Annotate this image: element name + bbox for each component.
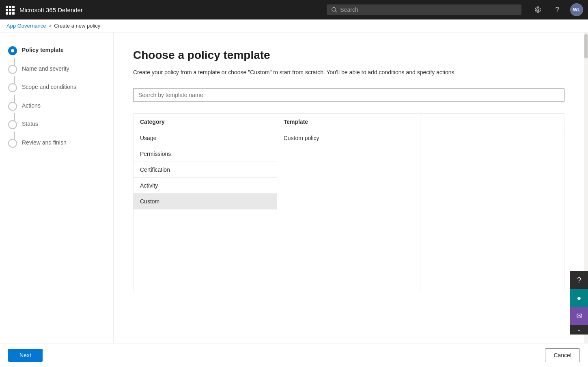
- bottom-bar: Next Cancel: [0, 343, 588, 367]
- category-empty: [134, 209, 277, 291]
- step-circle-4: [8, 102, 17, 111]
- breadcrumb-separator: >: [49, 23, 52, 29]
- stepper-panel: Policy template Name and severity Scope …: [0, 32, 114, 343]
- step-circle-1: [8, 46, 17, 55]
- category-permissions[interactable]: Permissions: [134, 146, 277, 162]
- step-label-6: Review and finish: [22, 138, 67, 157]
- avatar[interactable]: WL: [570, 3, 583, 16]
- cancel-button[interactable]: Cancel: [545, 348, 580, 362]
- detail-empty: [420, 130, 564, 291]
- table-header: Category Template: [134, 114, 564, 130]
- search-icon: [332, 7, 337, 13]
- step-wrapper-3: Scope and conditions: [8, 82, 105, 101]
- step-item-policy-template[interactable]: Policy template: [8, 45, 105, 64]
- topbar-icons: ? WL: [531, 3, 583, 16]
- category-usage[interactable]: Usage: [134, 130, 277, 146]
- step-wrapper-5: Status: [8, 119, 105, 138]
- step-circle-5: [8, 120, 17, 129]
- breadcrumb: App Governance > Create a new policy: [0, 19, 588, 32]
- step-item-scope-conditions[interactable]: Scope and conditions: [8, 82, 105, 101]
- template-column: Custom policy: [277, 130, 421, 291]
- float-feedback-btn[interactable]: ●: [570, 289, 588, 307]
- category-activity[interactable]: Activity: [134, 178, 277, 194]
- step-label-3: Scope and conditions: [22, 82, 76, 101]
- scrollbar-thumb: [584, 34, 588, 58]
- topbar: Microsoft 365 Defender ? WL: [0, 0, 588, 19]
- search-bar[interactable]: [327, 4, 521, 15]
- step-label-2: Name and severity: [22, 64, 69, 83]
- grid-icon[interactable]: [5, 5, 15, 15]
- category-certification[interactable]: Certification: [134, 162, 277, 178]
- step-wrapper-6: Review and finish: [8, 138, 105, 157]
- step-item-actions[interactable]: Actions: [8, 101, 105, 120]
- category-column: Usage Permissions Certification Activity…: [134, 130, 277, 291]
- app-title: Microsoft 365 Defender: [19, 6, 83, 13]
- step-circle-3: [8, 83, 17, 92]
- step-label-1: Policy template: [22, 45, 64, 64]
- template-empty: [277, 146, 420, 291]
- step-item-review-finish[interactable]: Review and finish: [8, 138, 105, 157]
- page-title: Choose a policy template: [133, 49, 564, 62]
- float-right-panel: ? ● ✉ ⌄: [570, 271, 588, 335]
- step-wrapper-4: Actions: [8, 101, 105, 120]
- content-panel: Choose a policy template Create your pol…: [114, 32, 584, 343]
- float-help-btn[interactable]: ?: [570, 271, 588, 289]
- page-description: Create your policy from a template or ch…: [133, 68, 564, 77]
- step-item-name-severity[interactable]: Name and severity: [8, 64, 105, 83]
- step-item-status[interactable]: Status: [8, 119, 105, 138]
- help-icon[interactable]: ?: [551, 3, 564, 16]
- float-message-btn[interactable]: ✉: [570, 307, 588, 325]
- category-custom[interactable]: Custom: [134, 194, 277, 209]
- step-circle-6: [8, 139, 17, 148]
- step-wrapper-2: Name and severity: [8, 64, 105, 83]
- detail-column: [420, 130, 564, 291]
- col-header-category: Category: [134, 114, 277, 130]
- svg-line-1: [336, 11, 337, 12]
- breadcrumb-current: Create a new policy: [54, 23, 100, 29]
- next-button[interactable]: Next: [8, 349, 43, 362]
- float-scroll-down[interactable]: ⌄: [570, 325, 588, 335]
- template-custom-policy[interactable]: Custom policy: [277, 130, 420, 146]
- main-layout: Policy template Name and severity Scope …: [0, 32, 588, 343]
- template-table: Category Template Usage Permissions Cert…: [133, 113, 564, 291]
- step-label-4: Actions: [22, 101, 41, 120]
- settings-icon[interactable]: [531, 3, 544, 16]
- step-circle-2: [8, 65, 17, 74]
- template-search-input[interactable]: [133, 88, 564, 102]
- breadcrumb-parent[interactable]: App Governance: [6, 23, 46, 29]
- step-label-5: Status: [22, 119, 38, 138]
- col-header-extra: [420, 114, 564, 130]
- search-input[interactable]: [340, 6, 517, 13]
- col-header-template: Template: [277, 114, 421, 130]
- table-body: Usage Permissions Certification Activity…: [134, 130, 564, 291]
- step-wrapper-1: Policy template: [8, 45, 105, 64]
